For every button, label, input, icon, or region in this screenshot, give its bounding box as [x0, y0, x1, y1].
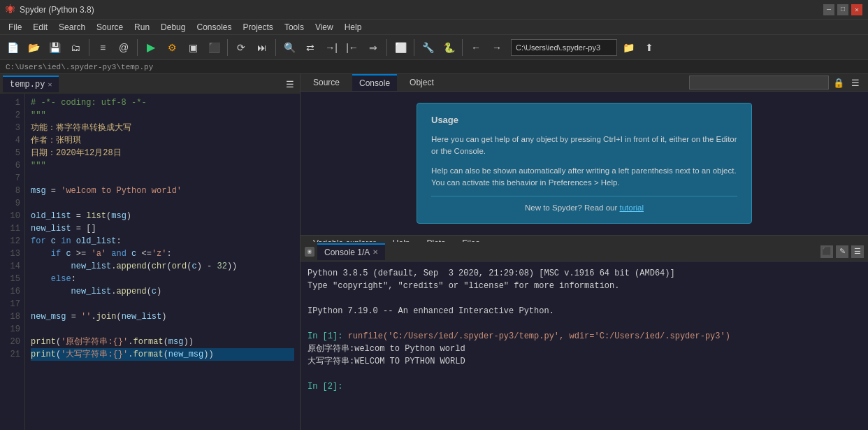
debug-next-button[interactable]: ⏭	[252, 38, 272, 57]
toolbar-sep-5	[386, 39, 387, 56]
goto-button[interactable]: ⇒	[363, 38, 383, 57]
app-title: Spyder (Python 3.8)	[20, 5, 94, 15]
code-line-1: # -*- coding: utf-8 -*-	[31, 96, 294, 109]
menu-help[interactable]: Help	[339, 21, 368, 34]
code-line-4: 作者：张明琪	[31, 134, 294, 147]
console-line-10: In [2]:	[308, 380, 861, 393]
editor-tab-temp[interactable]: temp.py ✕	[3, 76, 59, 92]
console-right-controls: ⬛ ✎ ☰	[820, 245, 864, 258]
titlebar: 🕷 Spyder (Python 3.8) — □ ✕	[0, 0, 868, 20]
path-section	[511, 39, 617, 56]
menu-source[interactable]: Source	[91, 21, 129, 34]
run-selection-button[interactable]: ⬛	[204, 38, 224, 57]
code-line-11: new_list = []	[31, 222, 294, 235]
console-area: ▣ Console 1/A ✕ ⬛ ✎ ☰ Python 3.8.5 (defa…	[301, 242, 868, 430]
list-button[interactable]: ≡	[93, 38, 113, 57]
run-cell-button[interactable]: ▣	[183, 38, 203, 57]
tab-menu-button[interactable]: ☰	[283, 77, 297, 91]
up-button[interactable]: ⬆	[639, 38, 659, 57]
restore-button[interactable]: □	[837, 4, 848, 15]
help-tab-object[interactable]: Object	[403, 74, 441, 91]
toolbar-sep-2	[137, 39, 138, 56]
console-edit-button[interactable]: ✎	[836, 245, 848, 258]
code-line-15: else:	[31, 273, 294, 285]
minimize-button[interactable]: —	[823, 4, 834, 15]
toolbar: 📄 📂 💾 🗂 ≡ @ ▶ ⚙ ▣ ⬛ ⟳ ⏭ 🔍 ⇄ →| |← ⇒ ⬜ 🔧 …	[0, 35, 868, 60]
console-menu-button[interactable]: ☰	[851, 245, 864, 258]
save-all-button[interactable]: 🗂	[66, 38, 85, 57]
console-line-2: Type "copyright", "credits" or "license"…	[308, 280, 861, 292]
editor-tab-label: temp.py	[10, 80, 45, 89]
code-line-6: """	[31, 159, 294, 172]
code-content[interactable]: # -*- coding: utf-8 -*- """ 功能：将字符串转换成大写…	[25, 94, 300, 430]
new-file-button[interactable]: 📄	[3, 38, 22, 57]
console-tab-label: Console 1/A	[324, 248, 370, 257]
toolbar-sep-1	[89, 39, 89, 56]
open-file-button[interactable]: 📂	[24, 38, 43, 57]
code-line-9	[31, 197, 294, 210]
toolbar-sep-6	[414, 39, 414, 56]
find-replace-button[interactable]: ⇄	[301, 38, 320, 57]
run-button[interactable]: ▶	[141, 38, 161, 57]
find-button[interactable]: 🔍	[280, 38, 299, 57]
console-stop-button[interactable]: ⬛	[820, 245, 833, 258]
usage-link: New to Spyder? Read our tutorial	[431, 203, 737, 212]
object-search-input[interactable]	[689, 76, 829, 89]
lock-button[interactable]: 🔒	[832, 76, 846, 89]
unindent-button[interactable]: |←	[342, 38, 362, 57]
console-tab-1[interactable]: Console 1/A ✕	[317, 243, 385, 260]
close-button[interactable]: ✕	[851, 4, 862, 15]
line-numbers: 12345 678910 1112131415 1617181920 21	[0, 94, 25, 430]
help-area: Source Console Object 🔒 ☰ Usage Here you…	[301, 74, 868, 242]
code-editor[interactable]: 12345 678910 1112131415 1617181920 21 # …	[0, 94, 300, 430]
menu-tools[interactable]: Tools	[279, 21, 310, 34]
console-line-3	[308, 292, 861, 305]
menu-run[interactable]: Run	[129, 21, 155, 34]
console-line-6: In [1]: runfile('C:/Users/ied/.spyder-py…	[308, 330, 861, 343]
menubar: File Edit Search Source Run Debug Consol…	[0, 20, 868, 35]
console-tab-close[interactable]: ✕	[372, 248, 378, 256]
editor-panel: temp.py ✕ ☰ 12345 678910 1112131415 1617…	[0, 74, 301, 430]
help-tab-console[interactable]: Console	[352, 74, 397, 91]
options-button[interactable]: ☰	[848, 76, 862, 89]
browse-button[interactable]: 📁	[619, 38, 638, 57]
preferences-button[interactable]: 🔧	[418, 38, 437, 57]
indent-button[interactable]: →|	[321, 38, 341, 57]
save-button[interactable]: 💾	[45, 38, 64, 57]
tab-close-icon[interactable]: ✕	[48, 80, 52, 89]
menu-edit[interactable]: Edit	[27, 21, 53, 34]
code-line-19	[31, 323, 294, 336]
debug-button[interactable]: ⟳	[231, 38, 251, 57]
code-line-10: old_list = list(msg)	[31, 210, 294, 222]
menu-search[interactable]: Search	[53, 21, 91, 34]
code-line-8: msg = 'welcom to Python world'	[31, 185, 294, 197]
menu-consoles[interactable]: Consoles	[191, 21, 237, 34]
menu-debug[interactable]: Debug	[155, 21, 191, 34]
at-button[interactable]: @	[114, 38, 133, 57]
path-input[interactable]	[511, 39, 617, 56]
menu-file[interactable]: File	[3, 21, 27, 34]
console-line-9	[308, 368, 861, 380]
console-content[interactable]: Python 3.8.5 (default, Sep 3 2020, 21:29…	[301, 261, 868, 430]
maximize-button[interactable]: ⬜	[391, 38, 410, 57]
back-button[interactable]: ←	[466, 38, 486, 57]
menu-view[interactable]: View	[310, 21, 339, 34]
help-right-controls: 🔒 ☰	[689, 76, 862, 89]
python-button[interactable]: 🐍	[439, 38, 458, 57]
usage-text-2: Help can also be shown automatically aft…	[431, 165, 737, 189]
console-line-7: 原创字符串:welcom to Python world	[308, 343, 861, 355]
menu-projects[interactable]: Projects	[238, 21, 279, 34]
run-config-button[interactable]: ⚙	[162, 38, 182, 57]
usage-title: Usage	[431, 115, 737, 125]
console-line-4: IPython 7.19.0 -- An enhanced Interactiv…	[308, 305, 861, 317]
code-line-5: 日期：2020年12月28日	[31, 147, 294, 159]
filepath-bar: C:\Users\ied\.spyder-py3\temp.py	[0, 60, 868, 74]
toolbar-sep-4	[275, 39, 276, 56]
help-tab-source[interactable]: Source	[306, 74, 347, 91]
help-tabs: Source Console Object 🔒 ☰	[301, 74, 868, 92]
editor-tabs: temp.py ✕ ☰	[0, 74, 300, 94]
usage-divider	[431, 196, 737, 196]
usage-box: Usage Here you can get help of any objec…	[417, 103, 752, 224]
tutorial-link[interactable]: tutorial	[620, 203, 644, 212]
forward-button[interactable]: →	[487, 38, 507, 57]
